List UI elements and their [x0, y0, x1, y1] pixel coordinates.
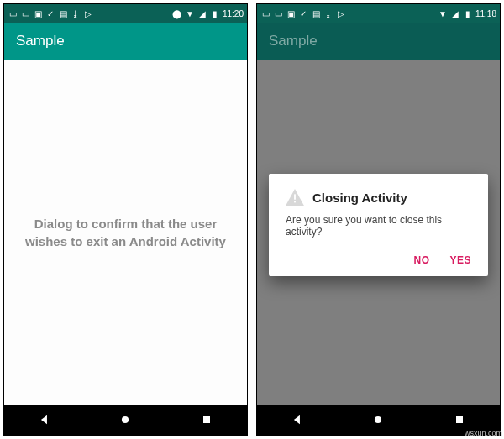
- app-title: Sample: [16, 33, 65, 50]
- svg-rect-3: [294, 201, 296, 203]
- status-notifications: ▭ ▭ ▣ ✓ ▤ ⭳ ▷: [260, 8, 346, 18]
- calendar-icon: ▤: [311, 8, 321, 18]
- phone-screen-right: ▭ ▭ ▣ ✓ ▤ ⭳ ▷ ▼ ◢ ▮ 11:18 Sample Closi: [256, 3, 501, 436]
- chat-icon: ▭: [260, 8, 270, 18]
- mail-icon: ▣: [33, 8, 43, 18]
- svg-rect-1: [203, 416, 210, 423]
- battery-icon: ▮: [210, 8, 220, 18]
- status-system: ⬤ ▼ ◢ ▮ 11:20: [172, 8, 244, 18]
- instruction-line-2: wishes to exit an Android Activity: [25, 233, 226, 250]
- download-icon: ⭳: [71, 8, 81, 18]
- dialog-actions: NO YES: [286, 251, 471, 269]
- play-icon: ▷: [83, 8, 93, 18]
- download-icon: ⭳: [323, 8, 333, 18]
- wifi-icon: ▼: [438, 8, 448, 18]
- signal-icon: ◢: [197, 8, 207, 18]
- status-notifications: ▭ ▭ ▣ ✓ ▤ ⭳ ▷: [8, 8, 93, 18]
- check-icon: ✓: [45, 8, 55, 18]
- recents-button[interactable]: [190, 405, 223, 435]
- signal-icon: ◢: [450, 8, 460, 18]
- app-bar: Sample: [257, 23, 500, 60]
- back-button[interactable]: [281, 405, 314, 435]
- svg-rect-5: [456, 416, 463, 423]
- status-bar: ▭ ▭ ▣ ✓ ▤ ⭳ ▷ ⬤ ▼ ◢ ▮ 11:20: [4, 4, 247, 23]
- alert-dialog: Closing Activity Are you sure you want t…: [269, 174, 488, 276]
- warning-icon: [286, 189, 304, 206]
- status-bar: ▭ ▭ ▣ ✓ ▤ ⭳ ▷ ▼ ◢ ▮ 11:18: [257, 4, 500, 23]
- dialog-message: Are you sure you want to close this acti…: [286, 214, 471, 238]
- svg-point-4: [375, 416, 381, 423]
- play-icon: ▷: [336, 8, 346, 18]
- navigation-bar: [4, 405, 247, 435]
- app-title: Sample: [269, 33, 318, 50]
- mail-icon: ▣: [286, 8, 296, 18]
- dialog-header: Closing Activity: [286, 189, 471, 206]
- instruction-line-1: Dialog to confirm that the user: [25, 215, 226, 233]
- navigation-bar: [257, 405, 500, 435]
- battery-icon: ▮: [463, 8, 473, 18]
- chat-icon: ▭: [8, 8, 18, 18]
- phone-screen-left: ▭ ▭ ▣ ✓ ▤ ⭳ ▷ ⬤ ▼ ◢ ▮ 11:20 Sample Dialo…: [3, 3, 248, 436]
- home-button[interactable]: [361, 405, 395, 435]
- check-icon: ✓: [298, 8, 308, 18]
- clock: 11:18: [475, 9, 496, 18]
- home-button[interactable]: [108, 405, 142, 435]
- dialog-title: Closing Activity: [312, 191, 407, 205]
- app-bar: Sample: [4, 23, 247, 60]
- activity-content[interactable]: Dialog to confirm that the user wishes t…: [4, 60, 247, 405]
- activity-content-dimmed: Closing Activity Are you sure you want t…: [257, 60, 500, 405]
- calendar-icon: ▤: [58, 8, 68, 18]
- video-icon: ▭: [273, 8, 283, 18]
- watermark: wsxun.com: [465, 429, 502, 437]
- clock: 11:20: [223, 9, 244, 18]
- svg-point-0: [122, 416, 129, 423]
- back-button[interactable]: [28, 405, 61, 435]
- yes-button[interactable]: YES: [449, 254, 471, 266]
- instruction-text: Dialog to confirm that the user wishes t…: [25, 215, 226, 250]
- wifi-icon: ▼: [185, 8, 195, 18]
- svg-rect-2: [294, 195, 296, 200]
- video-icon: ▭: [20, 8, 30, 18]
- status-system: ▼ ◢ ▮ 11:18: [438, 8, 496, 18]
- no-button[interactable]: NO: [413, 254, 429, 266]
- location-icon: ⬤: [172, 8, 182, 18]
